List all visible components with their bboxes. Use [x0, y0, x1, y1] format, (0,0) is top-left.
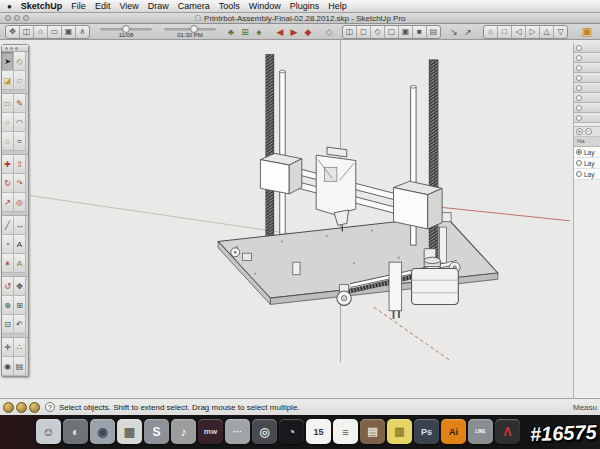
add-location-icon[interactable]: ♣: [225, 27, 237, 37]
3d-text-tool[interactable]: A: [14, 254, 26, 273]
position-camera-tool[interactable]: ✛: [2, 338, 14, 357]
menu-tools[interactable]: Tools: [219, 1, 240, 11]
disclosure-circle-icon[interactable]: [576, 75, 582, 81]
menu-file[interactable]: File: [71, 1, 86, 11]
palette-close-icon[interactable]: [5, 47, 8, 50]
zoom-window-icon[interactable]: [23, 15, 29, 21]
close-window-icon[interactable]: [5, 15, 11, 21]
credits-icon[interactable]: [16, 402, 27, 413]
orbit-tool[interactable]: ↺: [2, 277, 14, 296]
illustrator[interactable]: Ai: [441, 419, 466, 444]
model-viewport[interactable]: ➤◇◪▱▭✎○◠⌂≈✚⇧↻↷↗◎╱↔◔A∗A↺✥⊕⊞⊡↶✛∴◉▤ + − Na …: [0, 40, 600, 398]
back-edges-style-icon[interactable]: ◻: [357, 26, 371, 38]
rotate-tool[interactable]: ↻: [2, 174, 14, 193]
window-icon[interactable]: ▭: [48, 26, 62, 38]
line[interactable]: LINE: [468, 419, 493, 444]
wireframe-style-icon[interactable]: ◇: [371, 26, 385, 38]
look-around-tool[interactable]: ◉: [2, 357, 14, 376]
apple-menu-icon[interactable]: ●: [7, 2, 12, 11]
sphere-app[interactable]: ◐: [63, 419, 88, 444]
collapsed-inspector-row[interactable]: [574, 43, 600, 53]
protractor-tool[interactable]: ◔: [2, 235, 14, 254]
shadow-date-slider[interactable]: 11/08: [97, 26, 155, 38]
home-icon[interactable]: ⌂: [34, 26, 48, 38]
tape-measure-tool[interactable]: ╱: [2, 216, 14, 235]
disclosure-circle-icon[interactable]: [576, 65, 582, 71]
iso-view-icon[interactable]: ⌂: [484, 26, 498, 38]
zoom-extents-tool[interactable]: ⊡: [2, 315, 14, 334]
menu-sketchup[interactable]: SketchUp: [21, 1, 63, 11]
collapsed-inspector-row[interactable]: [574, 53, 600, 63]
xray-style-icon[interactable]: ◫: [343, 26, 357, 38]
paint-bucket-tool[interactable]: ◪: [2, 71, 14, 90]
panel-icon[interactable]: ▣: [62, 26, 76, 38]
dimension-tool[interactable]: ↔: [14, 216, 26, 235]
minimize-window-icon[interactable]: [14, 15, 20, 21]
component-browser-icon[interactable]: ▣: [581, 25, 593, 38]
zoom-tool[interactable]: ⊕: [2, 296, 14, 315]
photo-booth[interactable]: ◎: [252, 419, 277, 444]
disclosure-circle-icon[interactable]: [576, 105, 582, 111]
collapsed-inspector-row[interactable]: [574, 113, 600, 123]
freehand-tool[interactable]: ≈: [14, 132, 26, 151]
rectangle-tool[interactable]: ▭: [2, 94, 14, 113]
disclosure-circle-icon[interactable]: [576, 85, 582, 91]
collapsed-inspector-row[interactable]: [574, 63, 600, 73]
scenes-icon[interactable]: ◫: [20, 26, 34, 38]
jump-icon[interactable]: ↗: [462, 27, 474, 37]
run-icon[interactable]: ↘: [448, 27, 460, 37]
arc-tool[interactable]: ◠: [14, 113, 26, 132]
layer-radio[interactable]: [576, 171, 582, 177]
disclosure-circle-icon[interactable]: [576, 55, 582, 61]
geolocation-icon[interactable]: [3, 402, 14, 413]
red-tool-2-icon[interactable]: ▶: [288, 27, 300, 37]
circle-tool[interactable]: ○: [2, 113, 14, 132]
polygon-tool[interactable]: ⌂: [2, 132, 14, 151]
shadow-time-slider[interactable]: 01:30 PM: [161, 26, 219, 38]
section-plane-tool[interactable]: ▤: [14, 357, 26, 376]
layers-name-header[interactable]: Na: [574, 137, 600, 147]
calendar[interactable]: 15: [306, 419, 331, 444]
notes[interactable]: ≡: [333, 419, 358, 444]
collapsed-inspector-row[interactable]: [574, 73, 600, 83]
menu-camera[interactable]: Camera: [178, 1, 210, 11]
menu-draw[interactable]: Draw: [148, 1, 169, 11]
photoshop[interactable]: Ps: [414, 419, 439, 444]
messages[interactable]: ···: [225, 419, 250, 444]
line-tool[interactable]: ✎: [14, 94, 26, 113]
finder[interactable]: ☺: [36, 419, 61, 444]
shadow-date-thumb[interactable]: [122, 25, 130, 33]
collapsed-inspector-row[interactable]: [574, 93, 600, 103]
push-pull-tool[interactable]: ⇧: [14, 155, 26, 174]
move-tool[interactable]: ✚: [2, 155, 14, 174]
safari[interactable]: ◉: [90, 419, 115, 444]
disclosure-circle-icon[interactable]: [576, 45, 582, 51]
layer-row[interactable]: Lay: [574, 169, 600, 180]
stickies[interactable]: ▥: [387, 419, 412, 444]
axes-tool[interactable]: ∗: [2, 254, 14, 273]
offset-tool[interactable]: ◎: [14, 193, 26, 212]
text-tool[interactable]: A: [14, 235, 26, 254]
signin-icon[interactable]: [29, 402, 40, 413]
select-tool[interactable]: ➤: [2, 52, 14, 71]
itunes[interactable]: ♪: [171, 419, 196, 444]
layer-row[interactable]: Lay: [574, 147, 600, 158]
monochrome-style-icon[interactable]: ▤: [427, 26, 440, 38]
acrobat[interactable]: Λ: [495, 419, 520, 444]
photos[interactable]: ▦: [117, 419, 142, 444]
disclosure-circle-icon[interactable]: [576, 115, 582, 121]
red-tool-3-icon[interactable]: ◆: [302, 27, 314, 37]
front-view-icon[interactable]: ◁: [512, 26, 526, 38]
collapsed-inspector-row[interactable]: [574, 103, 600, 113]
menu-plugins[interactable]: Plugins: [290, 1, 320, 11]
zoom-window-tool[interactable]: ⊞: [14, 296, 26, 315]
scale-tool[interactable]: ↗: [2, 193, 14, 212]
photo-textures-icon[interactable]: ♠: [253, 27, 265, 37]
top-view-icon[interactable]: □: [498, 26, 512, 38]
gray-diamond-icon[interactable]: ◇: [323, 27, 335, 37]
window-title-bar[interactable]: ▢ Printrbot-Assembly-Final-02.28.2012.sk…: [0, 13, 600, 24]
disclosure-circle-icon[interactable]: [576, 95, 582, 101]
palette-title-bar[interactable]: [2, 45, 28, 52]
remove-layer-button[interactable]: −: [585, 128, 592, 135]
red-tool-1-icon[interactable]: ◀: [274, 27, 286, 37]
